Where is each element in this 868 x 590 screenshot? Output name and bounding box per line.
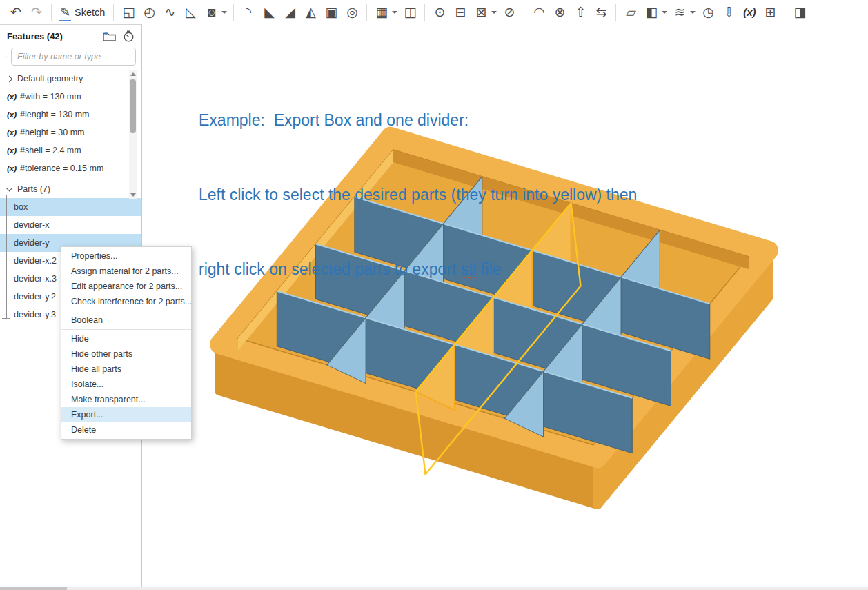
instruction-line-3: right click on selected parts to export … [199,257,637,282]
menu-item-hide[interactable]: Hide [61,331,191,346]
new-folder-icon[interactable] [103,31,116,41]
chevron-down-icon[interactable] [392,11,397,14]
hole-icon[interactable]: ◎ [342,1,362,23]
chevron-down-icon[interactable] [491,11,497,14]
rollback-bar-handle[interactable] [2,318,10,319]
features-scrollbar[interactable] [129,70,137,199]
instances-icon[interactable]: ⊞ [760,1,780,23]
replace-face-icon[interactable]: ⇆ [591,1,611,23]
delete-face-icon[interactable]: ⊗ [549,1,570,23]
split-icon[interactable]: ⊟ [450,1,471,23]
part-context-menu: Properties... Assign material for 2 part… [61,246,192,440]
loft-icon[interactable]: ◺ [180,1,201,23]
menu-item-check-interference[interactable]: Check interference for 2 parts... [61,294,191,309]
rollback-history-icon[interactable] [123,30,135,42]
feature-row-variable[interactable]: (x) #lenght = 130 mm [0,106,141,124]
part-studio-icon[interactable]: ◨ [789,1,810,23]
part-row-devider-x[interactable]: devider-x [0,216,141,234]
rollback-bar[interactable] [6,195,7,319]
menu-item-hide-all-parts[interactable]: Hide all parts [61,362,191,377]
extrude-icon[interactable]: ◱ [118,1,139,23]
menu-item-edit-appearance[interactable]: Edit appearance for 2 parts... [61,279,191,294]
feature-row-variable[interactable]: (x) #tolerance = 0.15 mm [0,159,141,177]
feature-row-variable[interactable]: (x) #shell = 2.4 mm [0,141,141,159]
fillet-icon[interactable]: ◝ [238,1,259,23]
menu-item-export[interactable]: Export... [61,407,191,422]
toolbar-separator [424,4,425,21]
surface-icon[interactable]: ◧ [641,1,662,23]
move-face-icon[interactable]: ⇧ [570,1,591,23]
undo-button[interactable]: ↶ [6,1,26,23]
menu-item-isolate[interactable]: Isolate... [61,377,191,392]
shell-icon[interactable]: ▣ [321,1,342,23]
sweep-icon[interactable]: ∿ [159,1,180,23]
variable-icon: (x) [7,88,17,106]
toolbar-separator [366,4,367,21]
menu-item-properties[interactable]: Properties... [61,248,191,264]
chevron-down-icon[interactable] [662,11,667,14]
rib-icon[interactable]: ◭ [300,1,321,23]
variable-icon: (x) [7,106,17,124]
delete-part-icon[interactable]: ⊘ [499,1,520,23]
pencil-icon: ✎ [60,2,70,23]
part-row-box[interactable]: box [0,198,141,216]
variable-icon: (x) [7,141,17,159]
instruction-line-1: Example: Export Box and one divider: [199,108,637,132]
chamfer-icon[interactable]: ◣ [259,1,279,23]
menu-item-assign-material[interactable]: Assign material for 2 parts... [61,264,191,279]
transform-icon[interactable]: ⊠ [471,1,491,23]
variable-icon[interactable]: (x) [739,1,760,23]
import-icon[interactable]: ⇩ [718,1,739,23]
horizontal-scrollbar-thumb[interactable] [0,587,67,590]
chevron-down-icon[interactable] [690,11,696,14]
menu-separator [61,311,191,311]
menu-separator [61,329,191,330]
feature-row-variable[interactable]: (x) #height = 30 mm [0,124,141,141]
main-toolbar: ↶ ↷ ✎ Sketch ◱ ◴ ∿ ◺ ◙ ◝ ◣ ◢ ◭ ▣ ◎ ▦ ◫ ⊙… [0,0,868,24]
menu-item-delete[interactable]: Delete [61,422,191,437]
scroll-down-icon[interactable] [130,193,136,197]
instruction-line-2: Left click to select the desired parts (… [199,182,637,207]
menu-item-boolean[interactable]: Boolean [61,313,191,328]
parts-section-header[interactable]: Parts (7) [0,180,141,198]
chevron-down-icon[interactable] [221,11,227,14]
chevron-down-icon[interactable] [6,185,13,192]
sketch-button[interactable]: ✎ Sketch [56,2,109,23]
features-panel-title: Features (42) [7,31,96,41]
sketch-label: Sketch [75,7,105,18]
mirror-icon[interactable]: ◫ [400,1,420,23]
horizontal-scrollbar-track[interactable] [0,587,868,590]
revolve-icon[interactable]: ◴ [139,1,159,23]
thicken-icon[interactable]: ◙ [201,1,221,23]
plane-icon[interactable]: ▱ [620,1,641,23]
toolbar-separator [615,4,616,21]
feature-row-variable[interactable]: (x) #with = 130 mm [0,88,141,106]
toolbar-separator [51,4,52,21]
variable-icon: (x) [7,124,17,141]
draft-icon[interactable]: ◢ [279,1,300,23]
modify-fillet-icon[interactable]: ◠ [529,1,549,23]
toolbar-separator [233,4,234,21]
chevron-right-icon[interactable] [6,75,13,82]
toolbar-separator [785,4,785,21]
variable-icon: (x) [7,159,17,177]
filter-input[interactable] [11,48,136,66]
helix-icon[interactable]: ≋ [669,1,690,23]
linear-pattern-icon[interactable]: ▦ [371,1,392,23]
boolean-icon[interactable]: ⊙ [429,1,450,23]
filter-funnel-icon[interactable] [6,52,7,62]
redo-button[interactable]: ↷ [26,1,47,23]
feature-row-default-geometry[interactable]: Default geometry [0,70,141,88]
menu-item-make-transparent[interactable]: Make transparent... [61,392,191,407]
stl-word: stl [461,260,477,278]
instruction-text: Example: Export Box and one divider: Lef… [199,58,637,306]
menu-item-hide-other-parts[interactable]: Hide other parts [61,346,191,362]
mass-properties-icon[interactable]: ◷ [698,1,718,23]
scrollbar-thumb[interactable] [130,79,136,133]
toolbar-separator [113,4,114,21]
scroll-up-icon[interactable] [130,72,136,76]
toolbar-separator [524,4,524,21]
